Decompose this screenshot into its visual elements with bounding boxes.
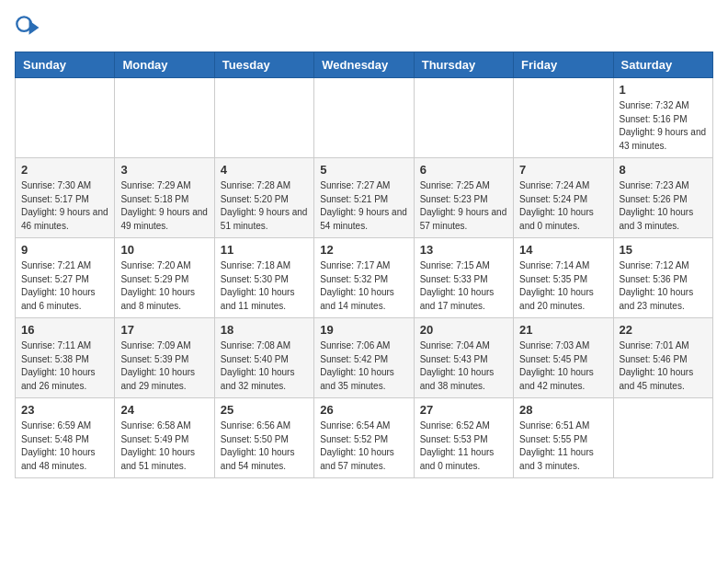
- day-cell: 17Sunrise: 7:09 AM Sunset: 5:39 PM Dayli…: [115, 318, 214, 398]
- day-number: 1: [620, 83, 707, 97]
- day-cell: 16Sunrise: 7:11 AM Sunset: 5:38 PM Dayli…: [16, 318, 115, 398]
- day-info: Sunrise: 7:14 AM Sunset: 5:35 PM Dayligh…: [519, 259, 607, 313]
- day-number: 3: [120, 163, 208, 177]
- day-number: 27: [420, 403, 507, 417]
- day-cell: 18Sunrise: 7:08 AM Sunset: 5:40 PM Dayli…: [214, 318, 313, 398]
- day-info: Sunrise: 7:28 AM Sunset: 5:20 PM Dayligh…: [221, 179, 308, 233]
- day-info: Sunrise: 7:24 AM Sunset: 5:24 PM Dayligh…: [519, 179, 607, 233]
- day-cell: 22Sunrise: 7:01 AM Sunset: 5:46 PM Dayli…: [613, 318, 712, 398]
- day-info: Sunrise: 6:59 AM Sunset: 5:48 PM Dayligh…: [21, 419, 108, 473]
- day-cell: 24Sunrise: 6:58 AM Sunset: 5:49 PM Dayli…: [115, 398, 214, 478]
- weekday-header-friday: Friday: [514, 52, 613, 78]
- day-cell: 14Sunrise: 7:14 AM Sunset: 5:35 PM Dayli…: [514, 238, 613, 318]
- day-cell: 21Sunrise: 7:03 AM Sunset: 5:45 PM Dayli…: [514, 318, 613, 398]
- day-number: 4: [221, 163, 308, 177]
- day-cell: [613, 398, 712, 478]
- day-cell: [314, 78, 414, 158]
- day-info: Sunrise: 7:12 AM Sunset: 5:36 PM Dayligh…: [620, 259, 707, 313]
- day-number: 8: [620, 163, 707, 177]
- week-row-2: 2Sunrise: 7:30 AM Sunset: 5:17 PM Daylig…: [16, 158, 713, 238]
- day-info: Sunrise: 7:18 AM Sunset: 5:30 PM Dayligh…: [221, 259, 308, 313]
- day-cell: 4Sunrise: 7:28 AM Sunset: 5:20 PM Daylig…: [214, 158, 313, 238]
- day-number: 28: [519, 403, 607, 417]
- day-number: 25: [221, 403, 308, 417]
- day-info: Sunrise: 6:51 AM Sunset: 5:55 PM Dayligh…: [519, 419, 607, 473]
- day-info: Sunrise: 7:08 AM Sunset: 5:40 PM Dayligh…: [221, 339, 308, 393]
- day-number: 23: [21, 403, 108, 417]
- day-info: Sunrise: 7:11 AM Sunset: 5:38 PM Dayligh…: [21, 339, 108, 393]
- day-cell: 8Sunrise: 7:23 AM Sunset: 5:26 PM Daylig…: [613, 158, 712, 238]
- day-info: Sunrise: 7:06 AM Sunset: 5:42 PM Dayligh…: [320, 339, 407, 393]
- day-info: Sunrise: 7:29 AM Sunset: 5:18 PM Dayligh…: [120, 179, 208, 233]
- day-number: 5: [320, 163, 407, 177]
- day-info: Sunrise: 7:23 AM Sunset: 5:26 PM Dayligh…: [620, 179, 707, 233]
- day-number: 11: [221, 243, 308, 257]
- day-cell: 5Sunrise: 7:27 AM Sunset: 5:21 PM Daylig…: [314, 158, 414, 238]
- week-row-3: 9Sunrise: 7:21 AM Sunset: 5:27 PM Daylig…: [16, 238, 713, 318]
- day-cell: 27Sunrise: 6:52 AM Sunset: 5:53 PM Dayli…: [414, 398, 513, 478]
- day-number: 22: [620, 323, 707, 337]
- day-cell: 28Sunrise: 6:51 AM Sunset: 5:55 PM Dayli…: [514, 398, 613, 478]
- day-cell: 25Sunrise: 6:56 AM Sunset: 5:50 PM Dayli…: [214, 398, 313, 478]
- day-cell: 15Sunrise: 7:12 AM Sunset: 5:36 PM Dayli…: [613, 238, 712, 318]
- weekday-header-wednesday: Wednesday: [314, 52, 414, 78]
- day-number: 21: [519, 323, 607, 337]
- day-info: Sunrise: 7:20 AM Sunset: 5:29 PM Dayligh…: [120, 259, 208, 313]
- day-number: 10: [120, 243, 208, 257]
- logo-icon: [15, 15, 40, 40]
- day-cell: 26Sunrise: 6:54 AM Sunset: 5:52 PM Dayli…: [314, 398, 414, 478]
- day-cell: [214, 78, 313, 158]
- day-cell: [115, 78, 214, 158]
- day-info: Sunrise: 7:21 AM Sunset: 5:27 PM Dayligh…: [21, 259, 108, 313]
- day-info: Sunrise: 6:56 AM Sunset: 5:50 PM Dayligh…: [221, 419, 308, 473]
- day-cell: 6Sunrise: 7:25 AM Sunset: 5:23 PM Daylig…: [414, 158, 513, 238]
- day-cell: [16, 78, 115, 158]
- day-info: Sunrise: 7:32 AM Sunset: 5:16 PM Dayligh…: [620, 99, 707, 153]
- day-number: 7: [519, 163, 607, 177]
- day-info: Sunrise: 7:17 AM Sunset: 5:32 PM Dayligh…: [320, 259, 407, 313]
- week-row-4: 16Sunrise: 7:11 AM Sunset: 5:38 PM Dayli…: [16, 318, 713, 398]
- day-number: 15: [620, 243, 707, 257]
- weekday-header-monday: Monday: [115, 52, 214, 78]
- day-number: 18: [221, 323, 308, 337]
- day-number: 12: [320, 243, 407, 257]
- day-cell: 9Sunrise: 7:21 AM Sunset: 5:27 PM Daylig…: [16, 238, 115, 318]
- day-info: Sunrise: 7:27 AM Sunset: 5:21 PM Dayligh…: [320, 179, 407, 233]
- day-cell: 13Sunrise: 7:15 AM Sunset: 5:33 PM Dayli…: [414, 238, 513, 318]
- day-number: 2: [21, 163, 108, 177]
- day-info: Sunrise: 6:54 AM Sunset: 5:52 PM Dayligh…: [320, 419, 407, 473]
- weekday-header-row: SundayMondayTuesdayWednesdayThursdayFrid…: [16, 52, 713, 78]
- day-number: 6: [420, 163, 507, 177]
- day-number: 14: [519, 243, 607, 257]
- week-row-1: 1Sunrise: 7:32 AM Sunset: 5:16 PM Daylig…: [16, 78, 713, 158]
- day-info: Sunrise: 7:15 AM Sunset: 5:33 PM Dayligh…: [420, 259, 507, 313]
- day-cell: 20Sunrise: 7:04 AM Sunset: 5:43 PM Dayli…: [414, 318, 513, 398]
- day-cell: [514, 78, 613, 158]
- day-cell: 19Sunrise: 7:06 AM Sunset: 5:42 PM Dayli…: [314, 318, 414, 398]
- day-number: 24: [120, 403, 208, 417]
- week-row-5: 23Sunrise: 6:59 AM Sunset: 5:48 PM Dayli…: [16, 398, 713, 478]
- day-number: 20: [420, 323, 507, 337]
- day-number: 17: [120, 323, 208, 337]
- weekday-header-tuesday: Tuesday: [214, 52, 313, 78]
- day-cell: 23Sunrise: 6:59 AM Sunset: 5:48 PM Dayli…: [16, 398, 115, 478]
- day-number: 9: [21, 243, 108, 257]
- weekday-header-saturday: Saturday: [613, 52, 712, 78]
- day-cell: [414, 78, 513, 158]
- logo: [15, 15, 44, 40]
- day-info: Sunrise: 7:09 AM Sunset: 5:39 PM Dayligh…: [120, 339, 208, 393]
- page-header: [15, 15, 713, 40]
- calendar-table: SundayMondayTuesdayWednesdayThursdayFrid…: [15, 52, 713, 478]
- day-info: Sunrise: 7:04 AM Sunset: 5:43 PM Dayligh…: [420, 339, 507, 393]
- day-info: Sunrise: 7:03 AM Sunset: 5:45 PM Dayligh…: [519, 339, 607, 393]
- weekday-header-sunday: Sunday: [16, 52, 115, 78]
- day-info: Sunrise: 6:58 AM Sunset: 5:49 PM Dayligh…: [120, 419, 208, 473]
- day-cell: 7Sunrise: 7:24 AM Sunset: 5:24 PM Daylig…: [514, 158, 613, 238]
- day-number: 19: [320, 323, 407, 337]
- day-cell: 12Sunrise: 7:17 AM Sunset: 5:32 PM Dayli…: [314, 238, 414, 318]
- day-number: 13: [420, 243, 507, 257]
- day-info: Sunrise: 7:25 AM Sunset: 5:23 PM Dayligh…: [420, 179, 507, 233]
- day-number: 16: [21, 323, 108, 337]
- day-cell: 11Sunrise: 7:18 AM Sunset: 5:30 PM Dayli…: [214, 238, 313, 318]
- svg-marker-1: [29, 20, 40, 35]
